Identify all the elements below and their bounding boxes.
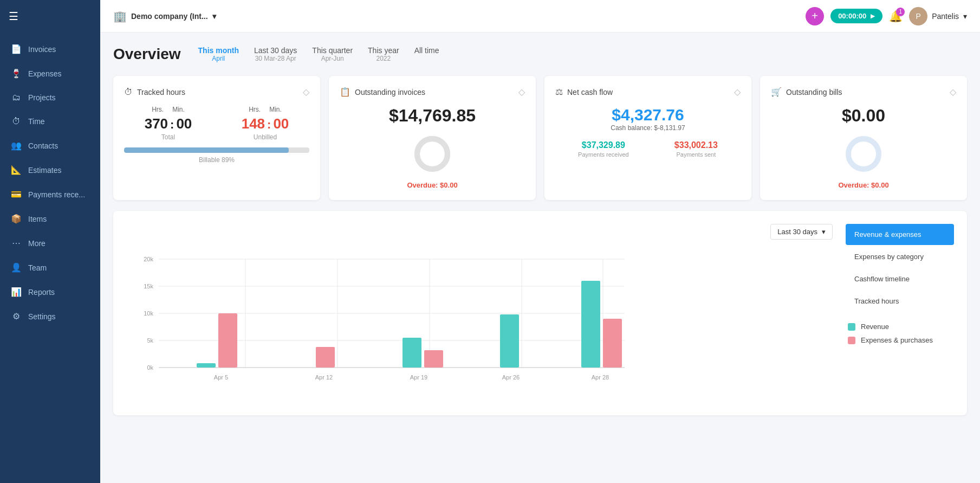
user-name: Pantelis xyxy=(932,12,959,21)
chart-sidebar-revenue_expenses[interactable]: Revenue & expenses xyxy=(846,224,954,245)
sidebar-item-payments[interactable]: 💳Payments rece... xyxy=(0,182,100,207)
svg-rect-24 xyxy=(403,338,421,368)
contacts-icon: 👥 xyxy=(11,140,22,151)
timer-play-icon: ▶ xyxy=(871,13,875,19)
pin-icon-3[interactable]: ◇ xyxy=(734,87,741,97)
items-icon: 📦 xyxy=(11,214,22,224)
more-icon: ⋯ xyxy=(11,238,22,248)
svg-text:10k: 10k xyxy=(144,310,153,317)
chart-period-label: Last 30 days xyxy=(777,228,817,236)
tab-sublabel-this_quarter: Apr-Jun xyxy=(312,55,353,62)
sidebar-label-items: Items xyxy=(28,215,47,223)
overview-tab-this_quarter[interactable]: This quarter Apr-Jun xyxy=(312,46,353,62)
clock-icon: ⏱ xyxy=(124,87,133,97)
team-icon: 👤 xyxy=(11,262,22,273)
chart-period-dropdown[interactable]: Last 30 days ▾ xyxy=(770,224,833,240)
svg-text:Apr 28: Apr 28 xyxy=(592,374,609,381)
sidebar-label-settings: Settings xyxy=(28,312,56,321)
chart-sidebar-tracked_hours[interactable]: Tracked hours xyxy=(846,291,954,312)
overview-tab-all_time[interactable]: All time xyxy=(414,46,439,62)
pin-icon-4[interactable]: ◇ xyxy=(950,87,956,97)
legend-label-expenses: Expenses & purchases xyxy=(861,336,933,344)
unbilled-label: Unbilled xyxy=(221,133,309,141)
net-cash-flow-title: Net cash flow xyxy=(567,88,613,96)
sidebar-label-more: More xyxy=(28,239,46,248)
sidebar-item-team[interactable]: 👤Team xyxy=(0,255,100,280)
sidebar-item-more[interactable]: ⋯More xyxy=(0,231,100,255)
chart-sidebar-expenses_category[interactable]: Expenses by category xyxy=(846,246,954,267)
ncf-received-label: Payments received xyxy=(578,151,629,158)
company-name: Demo company (Int... xyxy=(131,12,208,21)
company-dropdown-icon: ▾ xyxy=(212,12,216,21)
tab-label-this_month: This month xyxy=(198,46,239,55)
ncf-sent: $33,002.13 xyxy=(674,140,718,150)
svg-point-2 xyxy=(848,139,879,169)
tracked-hours-title: Tracked hours xyxy=(137,88,185,96)
total-min: 00 xyxy=(176,115,192,132)
invoices-icon: 📄 xyxy=(11,44,22,54)
sidebar-item-items[interactable]: 📦Items xyxy=(0,207,100,231)
sidebar-label-payments: Payments rece... xyxy=(28,190,85,199)
chart-area: Last 30 days ▾ 20k 15k 10k 5k 0 xyxy=(126,224,833,402)
tab-label-last_30: Last 30 days xyxy=(254,46,297,55)
legend-expenses: Expenses & purchases xyxy=(848,336,952,344)
pin-icon-2[interactable]: ◇ xyxy=(518,87,525,97)
hamburger-icon: ☰ xyxy=(9,10,18,22)
sidebar-item-estimates[interactable]: 📐Estimates xyxy=(0,158,100,182)
overview-tab-last_30[interactable]: Last 30 days 30 Mar-28 Apr xyxy=(254,46,297,62)
billable-progress-fill xyxy=(124,147,289,153)
tab-sublabel-this_year: 2022 xyxy=(368,55,399,62)
notification-bell[interactable]: 🔔 1 xyxy=(889,10,903,23)
sidebar-label-team: Team xyxy=(28,263,47,272)
expenses-icon: 🍷 xyxy=(11,68,22,79)
unbilled-hrs-label: Hrs. xyxy=(249,106,261,113)
bar-chart: 20k 15k 10k 5k 0k xyxy=(126,248,646,400)
user-menu[interactable]: P Pantelis ▾ xyxy=(909,7,967,25)
ob-overdue-amount: $0.00 xyxy=(871,181,889,189)
cart-icon: 🛒 xyxy=(771,87,782,97)
main-area: 🏢 Demo company (Int... ▾ + 00:00:00 ▶ 🔔 … xyxy=(100,0,980,483)
ncf-amount: $4,327.76 xyxy=(555,106,741,124)
tracked-hours-card: ⏱ Tracked hours ◇ Hrs. Min. 370 : xyxy=(113,76,320,200)
ncf-received: $37,329.89 xyxy=(578,140,629,150)
invoice-icon: 📋 xyxy=(340,87,351,97)
overview-tab-this_year[interactable]: This year 2022 xyxy=(368,46,399,62)
min-label: Min. xyxy=(172,106,185,113)
sidebar-item-invoices[interactable]: 📄Invoices xyxy=(0,37,100,61)
pin-icon[interactable]: ◇ xyxy=(303,87,309,97)
tab-label-this_year: This year xyxy=(368,46,399,55)
oi-overdue-amount: $0.00 xyxy=(440,181,458,189)
sidebar-item-expenses[interactable]: 🍷Expenses xyxy=(0,61,100,86)
sidebar-label-expenses: Expenses xyxy=(28,69,61,78)
sidebar-item-settings[interactable]: ⚙Settings xyxy=(0,304,100,329)
sidebar-label-projects: Projects xyxy=(28,93,56,102)
legend-label-revenue: Revenue xyxy=(861,323,889,331)
svg-point-1 xyxy=(417,139,447,169)
add-button[interactable]: + xyxy=(806,7,824,25)
overview-tab-this_month[interactable]: This month April xyxy=(198,46,239,62)
sidebar-item-projects[interactable]: 🗂Projects xyxy=(0,86,100,110)
sidebar-item-time[interactable]: ⏱Time xyxy=(0,110,100,133)
chart-section: Last 30 days ▾ 20k 15k 10k 5k 0 xyxy=(113,211,967,415)
sidebar-menu-icon[interactable]: ☰ xyxy=(0,0,100,33)
net-cash-flow-card: ⚖ Net cash flow ◇ $4,327.76 Cash balance… xyxy=(544,76,751,200)
page-title: Overview xyxy=(113,46,181,63)
ob-amount: $0.00 xyxy=(771,106,956,126)
legend-dot-expenses xyxy=(848,337,855,344)
chart-sidebar-cashflow_timeline[interactable]: Cashflow timeline xyxy=(846,268,954,289)
timer-control[interactable]: 00:00:00 ▶ xyxy=(830,9,882,23)
sidebar-item-contacts[interactable]: 👥Contacts xyxy=(0,133,100,158)
sidebar-nav: 📄Invoices🍷Expenses🗂Projects⏱Time👥Contact… xyxy=(0,33,100,333)
hrs-label: Hrs. xyxy=(152,106,164,113)
unbilled-hrs: 148 xyxy=(242,115,265,132)
oi-amount: $14,769.85 xyxy=(340,106,525,126)
unbilled-min-label: Min. xyxy=(269,106,282,113)
ob-donut-chart xyxy=(842,132,885,176)
sidebar-item-reports[interactable]: 📊Reports xyxy=(0,280,100,304)
company-selector[interactable]: 🏢 Demo company (Int... ▾ xyxy=(113,10,216,23)
chart-dropdown-icon: ▾ xyxy=(822,228,826,236)
time-icon: ⏱ xyxy=(11,117,22,126)
svg-text:0k: 0k xyxy=(147,364,153,371)
svg-text:20k: 20k xyxy=(144,256,153,262)
estimates-icon: 📐 xyxy=(11,165,22,175)
